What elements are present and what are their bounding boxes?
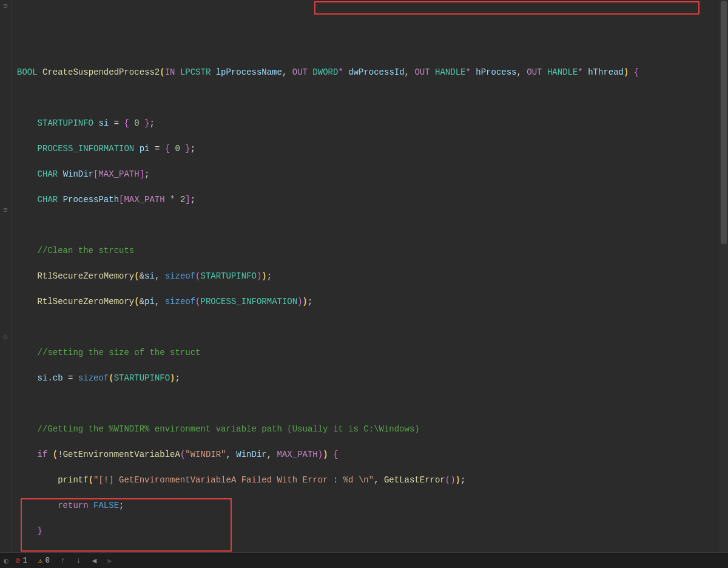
tok: lpProcessName <box>216 67 282 77</box>
comment: //Getting the %WINDIR% environment varia… <box>38 424 420 434</box>
tok: OUT <box>414 67 430 77</box>
tok: WinDir <box>63 169 93 179</box>
tok: CHAR <box>38 195 58 205</box>
tok: WinDir <box>236 450 266 459</box>
tok: GetEnvironmentVariableA <box>63 450 180 459</box>
component-icon[interactable]: ◐ <box>4 556 8 566</box>
tok: HANDLE <box>547 67 578 77</box>
tok: cb <box>53 373 63 383</box>
warnings-indicator[interactable]: ⚠ 0 <box>38 556 50 566</box>
tok: CreateSuspendedProcess2 <box>42 67 160 77</box>
scroll-thumb[interactable] <box>721 1 727 244</box>
fold-icon[interactable]: ⊟ <box>4 334 7 341</box>
next-issue[interactable]: ↓ <box>76 556 81 565</box>
tok: STARTUPINFO <box>38 118 93 128</box>
tok: DWORD <box>312 67 338 77</box>
tok: STARTUPINFO <box>201 271 257 281</box>
tok: OUT <box>292 67 308 77</box>
tok: HANDLE <box>435 67 465 77</box>
tok: OUT <box>527 67 542 77</box>
tok: CHAR <box>38 169 58 179</box>
nav-back[interactable]: ◀ <box>92 556 97 566</box>
tok: IN <box>165 67 175 77</box>
tok: "[!] GetEnvironmentVariableA Failed With… <box>93 475 374 485</box>
tok: sizeof <box>78 373 109 383</box>
comment: //Clean the strcuts <box>38 246 135 255</box>
tok: MAX_PATH <box>98 169 139 179</box>
tok: si <box>144 271 155 281</box>
code-area[interactable]: BOOL CreateSuspendedProcess2(IN LPCSTR l… <box>12 0 728 552</box>
code-editor[interactable]: ⊟ ⊟ ⊟ BOOL CreateSuspendedProcess2(IN LP… <box>0 0 728 552</box>
vertical-scrollbar[interactable] <box>720 0 728 552</box>
status-bar: ◐ ⊘ 1 ⚠ 0 ↑ ↓ ◀ ▶ <box>0 552 728 568</box>
tok: si <box>98 118 109 128</box>
tok: ProcessPath <box>63 195 119 205</box>
tok: GetLastError <box>384 475 445 485</box>
warning-icon: ⚠ <box>38 556 43 566</box>
tok: ! <box>58 450 62 459</box>
tok: return <box>58 501 88 510</box>
tok: FALSE <box>93 501 119 510</box>
error-count: 1 <box>23 556 27 565</box>
triangle-left-icon: ◀ <box>92 556 97 566</box>
highlight-params <box>314 1 699 15</box>
tok: pi <box>144 297 155 306</box>
tok: sizeof <box>165 271 195 281</box>
tok: printf <box>58 475 88 485</box>
tok: 0 <box>134 118 139 128</box>
error-icon: ⊘ <box>16 556 21 566</box>
tok: "WINDIR" <box>185 450 226 459</box>
comment: //setting the size of the struct <box>38 348 201 357</box>
fold-icon[interactable]: ⊟ <box>4 206 7 214</box>
tok: LPCSTR <box>180 67 211 77</box>
gutter: ⊟ ⊟ ⊟ <box>0 0 12 552</box>
tok: MAX_PATH <box>124 195 164 205</box>
tok: hThread <box>588 67 624 77</box>
prev-issue[interactable]: ↑ <box>61 556 66 565</box>
warning-count: 0 <box>46 556 50 565</box>
triangle-right-icon: ▶ <box>107 556 112 566</box>
tok: STARTUPINFO <box>114 373 170 383</box>
fold-icon[interactable]: ⊟ <box>4 2 7 10</box>
tok: hProcess <box>476 67 516 77</box>
tok: pi <box>140 144 150 154</box>
tok: sizeof <box>165 297 195 306</box>
tok: si <box>38 373 48 383</box>
tok: 0 <box>175 144 180 154</box>
tok: BOOL <box>17 67 38 77</box>
tok: PROCESS_INFORMATION <box>38 144 135 154</box>
nav-fwd[interactable]: ▶ <box>107 556 112 566</box>
tok: RtlSecureZeroMemory <box>38 271 135 281</box>
errors-indicator[interactable]: ⊘ 1 <box>16 556 27 566</box>
tok: if <box>38 450 48 459</box>
tok: MAX_PATH <box>277 450 318 459</box>
tok: PROCESS_INFORMATION <box>201 297 298 306</box>
arrow-up-icon: ↑ <box>61 556 66 565</box>
tok: dwProcessId <box>348 67 404 77</box>
tok: RtlSecureZeroMemory <box>38 297 135 306</box>
arrow-down-icon: ↓ <box>76 556 81 565</box>
